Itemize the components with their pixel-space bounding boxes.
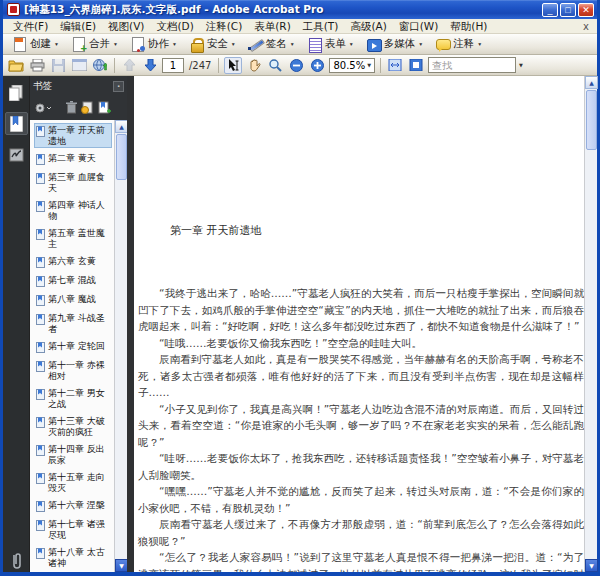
toolbar-separator (114, 58, 115, 73)
bookmark-label: 第十三章 大破灭前的疯狂 (48, 416, 110, 437)
globe-upload-icon (93, 58, 107, 72)
upload-web-button[interactable] (91, 57, 109, 74)
menu-item[interactable]: 窗口(W) (393, 19, 445, 33)
next-page-button[interactable] (141, 57, 159, 74)
bookmark-page-icon (36, 520, 45, 531)
email-snapshot-button[interactable] (70, 57, 88, 74)
bookmark-item[interactable]: 第一章 开天前遗地 (34, 123, 112, 148)
bookmark-label: 第三章 血腥食天 (48, 172, 110, 193)
previous-page-button[interactable] (120, 57, 138, 74)
bookmark-item[interactable]: 第六章 玄黄 (34, 254, 112, 270)
document-scrollbar[interactable]: ▲ ▼ (584, 76, 597, 572)
select-tool-button[interactable] (224, 57, 242, 74)
bookmark-item[interactable]: 第九章 斗战圣者 (34, 311, 112, 336)
bookmark-item[interactable]: 第四章 神话人物 (34, 198, 112, 223)
task-button[interactable]: 签名 ▼ (243, 35, 300, 54)
task-button-label: 合并 (89, 37, 110, 51)
task-button[interactable]: 注释 ▼ (430, 35, 487, 54)
bookmark-item[interactable]: 第十四章 反出辰家 (34, 442, 112, 467)
find-options-caret-icon[interactable]: ▼ (519, 62, 523, 68)
save-button[interactable] (49, 57, 67, 74)
dropdown-caret-icon: ▼ (418, 41, 423, 47)
scroll-up-icon[interactable]: ▲ (585, 76, 598, 89)
task-button[interactable]: 安全 ▼ (184, 35, 241, 54)
scrollbar-thumb[interactable] (586, 90, 597, 150)
scroll-down-icon[interactable]: ▼ (585, 559, 598, 572)
dropdown-caret-icon: ▼ (477, 41, 482, 47)
find-input[interactable] (428, 57, 516, 73)
task-button[interactable]: 合并 ▼ (66, 35, 123, 54)
menu-item[interactable]: 表单(R) (248, 19, 297, 33)
bookmark-item[interactable]: 第三章 血腥食天 (34, 170, 112, 195)
fit-page-button[interactable] (407, 57, 425, 74)
bookmark-page-icon (36, 314, 45, 325)
options-gear-icon[interactable] (34, 102, 52, 114)
bookmark-page-icon (36, 445, 45, 456)
bookmarks-scrollbar[interactable]: ▲ ▼ (114, 120, 127, 572)
bookmark-page-icon (36, 295, 45, 306)
close-button[interactable]: ✕ (578, 3, 594, 17)
bookmark-item[interactable]: 第二章 黄天 (34, 151, 112, 167)
bookmark-item[interactable]: 第十章 定轮回 (34, 339, 112, 355)
zoom-level-select[interactable]: 80.5%▼ (329, 58, 375, 73)
pages-panel-tab[interactable] (5, 81, 28, 104)
task-button[interactable]: 多媒体 ▼ (361, 35, 428, 54)
scrollbar-thumb[interactable] (116, 134, 127, 180)
dropdown-caret-icon: ▼ (367, 62, 371, 68)
print-button[interactable] (28, 57, 46, 74)
menu-item[interactable]: 高级(A) (344, 19, 392, 33)
bookmark-item[interactable]: 第十三章 大破灭前的疯狂 (34, 414, 112, 439)
bookmark-item[interactable]: 第十六章 涅槃 (34, 498, 112, 514)
bookmark-item[interactable]: 第十八章 太古诸神 (34, 545, 112, 570)
page-count-label: /247 (187, 60, 213, 71)
bookmark-label: 第十一章 赤裸相对 (48, 360, 110, 381)
menu-item[interactable]: 帮助(H) (444, 19, 493, 33)
task-button[interactable]: 协作 ▼ (125, 35, 182, 54)
bookmark-page-icon (36, 229, 45, 240)
combine-files-icon (71, 37, 86, 52)
signatures-panel-tab[interactable] (5, 143, 28, 166)
hand-tool-button[interactable] (245, 57, 263, 74)
bookmark-page-icon (36, 201, 45, 212)
zoom-in-button[interactable] (308, 57, 326, 74)
bookmark-page-icon (36, 501, 45, 512)
menu-item[interactable]: 工具(T) (297, 19, 345, 33)
bookmark-item[interactable]: 第十五章 走向毁灭 (34, 470, 112, 495)
bookmark-page-icon (36, 548, 45, 559)
bookmarks-panel-tab[interactable] (5, 112, 28, 135)
collaborate-icon (130, 37, 145, 52)
zoom-out-button[interactable] (287, 57, 305, 74)
menubar-close-icon[interactable]: x (579, 21, 593, 32)
bookmark-item[interactable]: 第十二章 男女之战 (34, 386, 112, 411)
bookmark-item[interactable]: 第七章 混战 (34, 273, 112, 289)
fit-width-button[interactable] (386, 57, 404, 74)
paragraph: “嘿嘿……”守墓老人并不觉的尴尬，反而笑了起来，转过头对辰南，道：“不会是你们家… (138, 483, 584, 516)
delete-trash-icon[interactable] (66, 101, 77, 114)
bookmark-item[interactable]: 第五章 盖世魔主 (34, 226, 112, 251)
bookmark-item[interactable]: 第十七章 诸强尽现 (34, 517, 112, 542)
bookmark-label: 第六章 玄黄 (48, 256, 110, 267)
page-number-input[interactable] (162, 58, 184, 73)
bookmark-item[interactable]: 第十一章 赤裸相对 (34, 358, 112, 383)
task-button[interactable]: 表单 ▼ (302, 35, 359, 54)
open-file-button[interactable] (7, 57, 25, 74)
task-button[interactable]: 创建 ▼ (7, 35, 64, 54)
maximize-button[interactable]: □ (560, 3, 576, 17)
menu-item[interactable]: 文档(D) (150, 19, 199, 33)
attachments-panel-tab[interactable] (5, 549, 28, 572)
select-cursor-icon (227, 59, 240, 72)
panel-menu-button[interactable]: ▪ (113, 81, 124, 92)
minimize-button[interactable]: _ (542, 3, 558, 17)
task-button-label: 多媒体 (384, 37, 416, 51)
zoom-level-value: 80.5% (333, 60, 365, 71)
highlight-bookmark-icon[interactable] (81, 101, 94, 114)
menu-item[interactable]: 文件(F) (7, 19, 54, 33)
bookmark-item[interactable]: 第八章 魔战 (34, 292, 112, 308)
zoom-marquee-button[interactable] (266, 57, 284, 74)
menu-item[interactable]: 视图(V) (102, 19, 150, 33)
menu-item[interactable]: 编辑(E) (54, 19, 102, 33)
new-bookmark-icon[interactable] (98, 101, 112, 114)
bookmark-label: 第十章 定轮回 (48, 341, 110, 352)
menu-item[interactable]: 注释(C) (200, 19, 249, 33)
task-button-label: 签名 (266, 37, 287, 51)
